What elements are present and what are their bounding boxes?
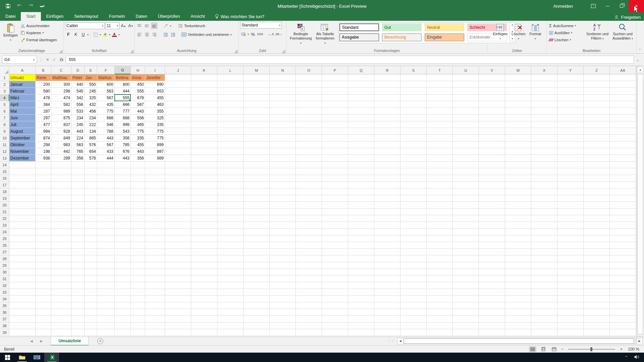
- cell-R35[interactable]: [374, 302, 400, 309]
- cell-E7[interactable]: 234: [85, 115, 97, 121]
- cell-A27[interactable]: [9, 249, 36, 255]
- cell-M1[interactable]: [244, 74, 270, 81]
- cell-G1[interactable]: Bettina: [115, 74, 131, 81]
- cell-N16[interactable]: [270, 175, 296, 182]
- cell-C14[interactable]: [51, 162, 71, 168]
- undo-icon[interactable]: [16, 3, 23, 9]
- cell-D8[interactable]: 245: [71, 121, 85, 128]
- cell-X15[interactable]: [531, 168, 557, 175]
- cell-C24[interactable]: [51, 229, 71, 235]
- cell-K3[interactable]: [191, 88, 217, 95]
- cell-W22[interactable]: [505, 215, 531, 222]
- cell-AA34[interactable]: [610, 296, 636, 302]
- cell-L23[interactable]: [217, 222, 244, 229]
- cell-M16[interactable]: [244, 175, 270, 182]
- cell-R31[interactable]: [374, 276, 400, 282]
- row-header-37[interactable]: 37: [0, 316, 9, 322]
- cell-T20[interactable]: [427, 202, 453, 208]
- cell-C1[interactable]: Matthias: [51, 74, 71, 81]
- cell-X39[interactable]: [531, 329, 557, 336]
- row-header-11[interactable]: 11: [0, 141, 9, 148]
- cell-S21[interactable]: [400, 208, 427, 215]
- zoom-slider[interactable]: [568, 349, 615, 350]
- cell-P12[interactable]: [322, 148, 348, 155]
- cell-X9[interactable]: [531, 128, 557, 135]
- scroll-right-icon[interactable]: ▶: [636, 338, 643, 344]
- cell-F19[interactable]: [97, 195, 115, 202]
- tab-datei[interactable]: Datei: [0, 12, 21, 21]
- cell-D37[interactable]: [71, 316, 85, 322]
- cell-J39[interactable]: [165, 329, 191, 336]
- cell-H23[interactable]: [131, 222, 145, 229]
- cell-E30[interactable]: [85, 269, 97, 276]
- cell-O13[interactable]: [296, 155, 322, 162]
- bold-button[interactable]: F: [65, 31, 72, 38]
- cell-B11[interactable]: 294: [36, 141, 51, 148]
- percent-style-icon[interactable]: %: [250, 31, 256, 38]
- cell-F36[interactable]: [97, 309, 115, 316]
- cell-K36[interactable]: [191, 309, 217, 316]
- cell-G25[interactable]: [115, 235, 131, 242]
- cell-K13[interactable]: [191, 155, 217, 162]
- cell-T19[interactable]: [427, 195, 453, 202]
- align-left-icon[interactable]: [136, 31, 143, 38]
- cell-Q31[interactable]: [348, 276, 374, 282]
- column-header-T[interactable]: T: [427, 66, 453, 74]
- cell-P29[interactable]: [322, 262, 348, 269]
- cell-P32[interactable]: [322, 282, 348, 289]
- cell-Z20[interactable]: [584, 202, 610, 208]
- cell-N1[interactable]: [270, 74, 296, 81]
- cell-L19[interactable]: [217, 195, 244, 202]
- cell-B3[interactable]: 580: [36, 88, 51, 95]
- cell-V2[interactable]: [479, 81, 505, 88]
- cell-W33[interactable]: [505, 289, 531, 296]
- cell-Y19[interactable]: [557, 195, 584, 202]
- cell-V29[interactable]: [479, 262, 505, 269]
- cell-S19[interactable]: [400, 195, 427, 202]
- cell-T1[interactable]: [427, 74, 453, 81]
- row-header-3[interactable]: 3: [0, 88, 9, 95]
- cell-AA37[interactable]: [610, 316, 636, 322]
- cell-N3[interactable]: [270, 88, 296, 95]
- cell-H28[interactable]: [131, 255, 145, 262]
- cell-A7[interactable]: Juni: [9, 115, 36, 121]
- cell-C36[interactable]: [51, 309, 71, 316]
- cell-S9[interactable]: [400, 128, 427, 135]
- cell-N30[interactable]: [270, 269, 296, 276]
- column-header-AA[interactable]: AA: [610, 66, 636, 74]
- cell-style-standard[interactable]: Standard: [339, 23, 379, 31]
- column-header-M[interactable]: M: [244, 66, 270, 74]
- cell-X1[interactable]: [531, 74, 557, 81]
- cell-D15[interactable]: [71, 168, 85, 175]
- cell-J12[interactable]: [165, 148, 191, 155]
- cell-R13[interactable]: [374, 155, 400, 162]
- fill-color-button[interactable]: [102, 31, 108, 38]
- cell-Z21[interactable]: [584, 208, 610, 215]
- cell-Y36[interactable]: [557, 309, 584, 316]
- cell-R33[interactable]: [374, 289, 400, 296]
- cell-W8[interactable]: [505, 121, 531, 128]
- cell-B14[interactable]: [36, 162, 51, 168]
- delete-cells-button[interactable]: Löschen ▾: [509, 22, 528, 48]
- cell-B1[interactable]: Rene: [36, 74, 51, 81]
- cell-M11[interactable]: [244, 141, 270, 148]
- cell-K35[interactable]: [191, 302, 217, 309]
- cell-Y25[interactable]: [557, 235, 584, 242]
- cell-Z34[interactable]: [584, 296, 610, 302]
- cell-W32[interactable]: [505, 282, 531, 289]
- cell-O29[interactable]: [296, 262, 322, 269]
- cell-E3[interactable]: 245: [85, 88, 97, 95]
- redo-icon[interactable]: [28, 3, 34, 9]
- fill-button[interactable]: Ausfüllen ▾: [548, 29, 584, 36]
- cell-I35[interactable]: [145, 302, 165, 309]
- decrease-decimal-icon[interactable]: ,00→: [275, 31, 282, 38]
- cell-Z5[interactable]: [584, 101, 610, 108]
- column-header-F[interactable]: F: [97, 66, 115, 74]
- cell-R36[interactable]: [374, 309, 400, 316]
- cell-L31[interactable]: [217, 276, 244, 282]
- cell-Z13[interactable]: [584, 155, 610, 162]
- cell-E28[interactable]: [85, 255, 97, 262]
- cell-Y10[interactable]: [557, 135, 584, 141]
- cell-T7[interactable]: [427, 115, 453, 121]
- cell-S26[interactable]: [400, 242, 427, 249]
